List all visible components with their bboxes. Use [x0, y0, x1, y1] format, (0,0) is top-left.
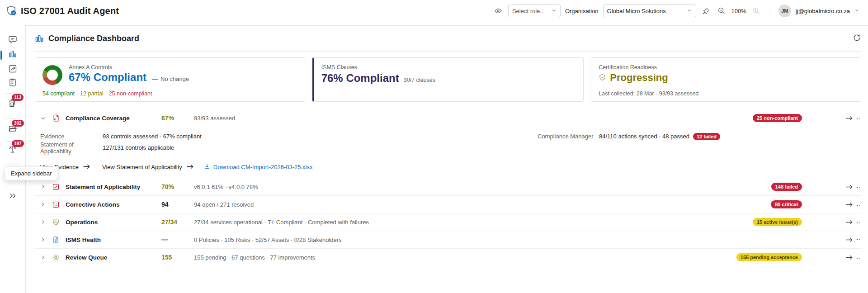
organisation-label: Organisation	[565, 8, 599, 14]
arrow-right-icon[interactable]	[845, 255, 853, 260]
avatar[interactable]: JM	[778, 5, 791, 17]
page-header: Compliance Dashboard	[35, 26, 861, 52]
chevron-right-icon[interactable]	[40, 184, 52, 189]
card-subvalue: 30/7 clauses	[404, 77, 435, 83]
more-options-icon[interactable]	[857, 258, 860, 259]
bar-chart-icon	[8, 50, 17, 61]
row-subtitle: 27/34 services operational · TI: Complia…	[194, 219, 753, 226]
row-statement-of-applicability[interactable]: Statement of Applicability 70% v6.0.1 61…	[35, 178, 861, 196]
card-value: 67% Compliant	[69, 71, 146, 84]
expand-sidebar-button[interactable]	[0, 190, 25, 203]
sidebar-divider	[5, 93, 20, 94]
badge-count: 113	[12, 94, 24, 101]
download-link[interactable]: Download CM-Import-2026-03-25.xlsx	[204, 163, 313, 171]
chevron-right-icon[interactable]	[40, 202, 52, 207]
link-label: View Statement of Applicability	[102, 164, 182, 170]
arrow-right-icon	[83, 164, 90, 171]
sidebar-item-checklist[interactable]	[0, 76, 25, 90]
noncompliant-count: 25 non-compliant	[109, 90, 152, 97]
zoom-out-icon[interactable]	[716, 5, 727, 16]
chat-icon	[8, 35, 17, 46]
card-footer: 54 compliant·12 partial·25 non-compliant	[42, 90, 152, 97]
compliant-count: 54 compliant	[42, 90, 75, 97]
arrow-right-icon	[186, 164, 194, 171]
sidebar-item-dashboard[interactable]	[0, 48, 25, 62]
compliance-manager-label: Compliance Manager	[538, 133, 599, 140]
arrow-right-icon[interactable]	[845, 219, 853, 225]
more-options-icon[interactable]	[857, 118, 860, 120]
row-subtitle: 0 Policies · 105 Risks · 52/57 Assets · …	[194, 236, 845, 243]
sidebar-item-chat[interactable]	[0, 33, 25, 47]
trend-icon	[8, 64, 17, 75]
sidebar-item-legal[interactable]: 197	[0, 143, 25, 157]
row-review-queue[interactable]: Review Queue 155 155 pending · 67 questi…	[35, 249, 861, 266]
organisation-select[interactable]: Global Micro Solutions	[603, 5, 696, 17]
refresh-icon[interactable]	[853, 33, 861, 44]
coverage-subtitle: 93/93 assessed	[194, 115, 753, 122]
dashboard-icon	[35, 34, 44, 43]
status-badge: 80 critical	[771, 200, 802, 208]
organisation-select-value: Global Micro Solutions	[607, 8, 666, 14]
app-title: ISO 27001 Audit Agent	[21, 6, 119, 16]
arrow-right-icon[interactable]	[845, 115, 853, 121]
sidebar-item-cases[interactable]: 302	[0, 123, 25, 137]
pin-icon[interactable]	[701, 5, 712, 16]
card-annex-a-controls[interactable]: Annex A Controls 67% Compliant —No chang…	[35, 57, 305, 102]
sidebar-item-trends[interactable]	[0, 63, 25, 76]
more-options-icon[interactable]	[857, 205, 860, 206]
row-corrective-actions[interactable]: Corrective Actions 94 94 open / 271 reso…	[35, 196, 861, 213]
card-label: ISMS Clauses	[321, 64, 576, 71]
row-value: 155	[161, 254, 194, 261]
row-title: Corrective Actions	[66, 201, 161, 208]
heartbeat-icon	[52, 218, 66, 226]
app-header: ISO 27001 Audit Agent Select role... Org…	[0, 0, 868, 25]
role-select[interactable]: Select role...	[508, 5, 561, 17]
coverage-links: View Evidence View Statement of Applicab…	[40, 163, 861, 171]
view-soa-link[interactable]: View Statement of Applicability	[102, 164, 194, 171]
sidebar-divider	[5, 165, 20, 165]
rosette-icon	[52, 254, 66, 261]
main-content: Compliance Dashboard Annex A Controls 67…	[26, 25, 868, 293]
card-value: Progressing	[610, 71, 668, 84]
row-value: 94	[161, 201, 194, 208]
row-value: 70%	[161, 183, 194, 190]
status-badge: 25 non-compliant	[753, 114, 802, 122]
chevron-right-icon[interactable]	[40, 219, 52, 225]
coverage-details: Evidence 93 controls assessed · 67% comp…	[40, 131, 861, 154]
row-subtitle: 155 pending · 67 questions · 77 improvem…	[194, 254, 736, 261]
preview-eye-icon[interactable]	[493, 5, 504, 16]
row-isms-health[interactable]: ISMS Health — 0 Policies · 105 Risks · 5…	[35, 231, 861, 249]
chevron-down-icon[interactable]	[854, 8, 860, 14]
status-badge: 15 active issue(s)	[753, 218, 802, 226]
card-certification-readiness[interactable]: Certification Readiness Progressing Last…	[591, 57, 861, 102]
compliance-donut-chart	[42, 65, 62, 85]
soa-value: 127/131 controls applicable	[103, 144, 174, 151]
chevron-right-icon[interactable]	[40, 255, 52, 260]
zoom-in-icon[interactable]	[751, 5, 762, 16]
more-options-icon[interactable]	[857, 239, 860, 240]
more-options-icon[interactable]	[857, 187, 860, 189]
partial-count: 12 partial	[80, 90, 103, 97]
more-options-icon[interactable]	[857, 222, 860, 224]
user-email[interactable]: jj@globalmicro.co.za	[796, 8, 850, 14]
sidebar-item-analysis[interactable]: 113	[0, 97, 25, 111]
coverage-value: 67%	[161, 114, 194, 122]
badge-count: 197	[12, 140, 24, 147]
arrow-right-icon[interactable]	[845, 202, 853, 208]
header-divider	[770, 5, 770, 17]
chevron-down-icon	[551, 8, 557, 14]
coverage-row[interactable]: Compliance Coverage 67% 93/93 assessed 2…	[35, 109, 861, 127]
arrow-right-icon[interactable]	[845, 184, 853, 190]
card-footer: Last collected: 28 Mar · 93/93 assessed	[599, 90, 698, 97]
evidence-value: 93 controls assessed · 67% compliant	[103, 133, 202, 140]
role-select-value: Select role...	[512, 8, 545, 14]
chevron-down-icon	[687, 8, 692, 14]
evidence-label: Evidence	[40, 133, 103, 140]
chevron-right-icon[interactable]	[40, 237, 52, 242]
app-logo-icon	[5, 5, 17, 17]
row-operations[interactable]: Operations 27/34 27/34 services operatio…	[35, 213, 861, 231]
zoom-level: 100%	[731, 8, 746, 14]
arrow-right-icon[interactable]	[845, 237, 853, 243]
chevron-down-icon[interactable]	[40, 115, 52, 121]
card-isms-clauses[interactable]: ISMS Clauses 76% Compliant 30/7 clauses	[312, 57, 584, 102]
